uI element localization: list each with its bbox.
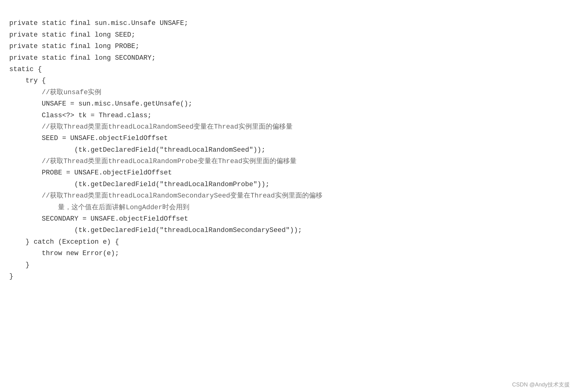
code-line: //获取Thread类里面threadLocalRandomProbe变量在Th… (9, 156, 570, 167)
code-line: PROBE = UNSAFE.objectFieldOffset (9, 167, 570, 178)
code-line: (tk.getDeclaredField("threadLocalRandomS… (9, 144, 570, 156)
code-line: private static final long SEED; (9, 29, 570, 41)
code-line: //获取unsafe实例 (9, 87, 570, 98)
code-line: //获取Thread类里面threadLocalRandomSecondaryS… (9, 190, 570, 202)
code-line: (tk.getDeclaredField("threadLocalRandomS… (9, 225, 570, 236)
code-line: } catch (Exception e) { (9, 236, 570, 248)
code-line: SEED = UNSAFE.objectFieldOffset (9, 133, 570, 144)
code-line: SECONDARY = UNSAFE.objectFieldOffset (9, 213, 570, 225)
code-line: static { (9, 64, 570, 75)
code-line: throw new Error(e); (9, 248, 570, 259)
code-line: private static final long SECONDARY; (9, 52, 570, 64)
code-block: private static final sun.misc.Unsafe UNS… (0, 0, 579, 301)
code-line: private static final sun.misc.Unsafe UNS… (9, 18, 570, 29)
code-line: private static final long PROBE; (9, 41, 570, 52)
code-line: UNSAFE = sun.misc.Unsafe.getUnsafe(); (9, 98, 570, 110)
code-line: } (9, 259, 570, 271)
code-line: (tk.getDeclaredField("threadLocalRandomP… (9, 179, 570, 190)
code-line: } (9, 271, 570, 282)
code-line: 量，这个值在后面讲解LongAdder时会用到 (9, 202, 570, 213)
watermark: CSDN @Andy技术支援 (512, 381, 570, 388)
code-line: //获取Thread类里面threadLocalRandomSeed变量在Thr… (9, 121, 570, 133)
code-line: try { (9, 75, 570, 86)
code-line: Class<?> tk = Thread.class; (9, 110, 570, 121)
